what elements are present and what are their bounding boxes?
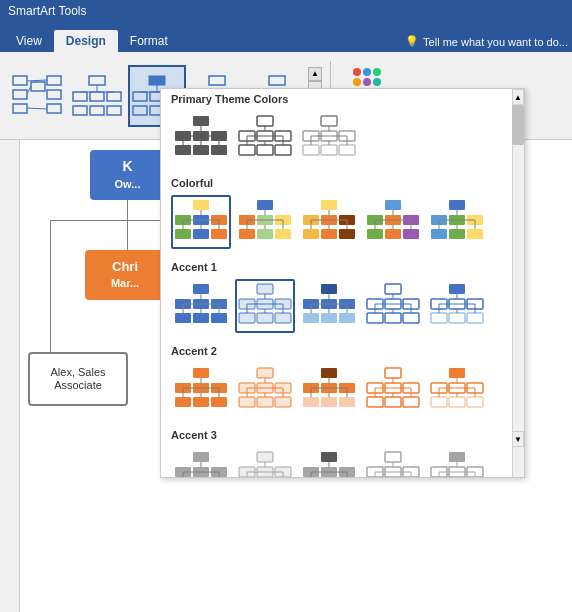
svg-rect-47 bbox=[193, 145, 209, 155]
svg-rect-179 bbox=[385, 313, 401, 323]
accent1-option-1[interactable] bbox=[171, 279, 231, 333]
dot-blue bbox=[363, 68, 371, 76]
svg-rect-154 bbox=[239, 313, 255, 323]
svg-rect-20 bbox=[133, 92, 147, 101]
svg-rect-239 bbox=[385, 397, 401, 407]
section-colorful-label: Colorful bbox=[161, 173, 524, 191]
layout-thumb-1[interactable] bbox=[8, 65, 66, 127]
svg-rect-6 bbox=[47, 104, 61, 113]
svg-rect-0 bbox=[13, 76, 27, 85]
svg-rect-258 bbox=[193, 452, 209, 462]
svg-rect-2 bbox=[13, 104, 27, 113]
accent3-option-2[interactable] bbox=[235, 447, 295, 478]
svg-rect-107 bbox=[321, 229, 337, 239]
accent2-option-3[interactable] bbox=[299, 363, 359, 417]
tab-view[interactable]: View bbox=[4, 30, 54, 52]
svg-rect-5 bbox=[47, 90, 61, 99]
svg-rect-180 bbox=[403, 313, 419, 323]
svg-rect-83 bbox=[193, 229, 209, 239]
accent2-option-5[interactable] bbox=[427, 363, 487, 417]
scroll-down-arrow[interactable]: ▼ bbox=[512, 431, 524, 447]
dropdown-scrollbar[interactable]: ▲ ▼ bbox=[512, 89, 524, 477]
svg-rect-138 bbox=[193, 284, 209, 294]
svg-rect-178 bbox=[367, 313, 383, 323]
svg-rect-118 bbox=[367, 229, 383, 239]
svg-rect-234 bbox=[385, 368, 401, 378]
svg-rect-66 bbox=[321, 116, 337, 126]
accent1-option-4[interactable] bbox=[363, 279, 423, 333]
svg-rect-222 bbox=[321, 368, 337, 378]
svg-rect-282 bbox=[321, 452, 337, 462]
svg-rect-142 bbox=[175, 313, 191, 323]
svg-rect-306 bbox=[449, 452, 465, 462]
svg-rect-150 bbox=[257, 284, 273, 294]
primary-option-3[interactable] bbox=[299, 111, 359, 165]
svg-rect-14 bbox=[73, 106, 87, 115]
accent2-option-1[interactable] bbox=[171, 363, 231, 417]
svg-rect-48 bbox=[211, 145, 227, 155]
accent1-option-3[interactable] bbox=[299, 279, 359, 333]
svg-rect-130 bbox=[431, 229, 447, 239]
ribbon-tabs: View Design Format 💡 Tell me what you wa… bbox=[0, 22, 572, 52]
svg-rect-46 bbox=[175, 145, 191, 155]
svg-rect-13 bbox=[107, 92, 121, 101]
scroll-up-btn[interactable]: ▲ bbox=[308, 67, 322, 81]
svg-rect-10 bbox=[89, 76, 105, 85]
svg-rect-250 bbox=[431, 397, 447, 407]
node-k[interactable]: KOw... bbox=[90, 150, 165, 200]
svg-rect-102 bbox=[321, 200, 337, 210]
node-alex[interactable]: Alex, SalesAssociate bbox=[28, 352, 128, 406]
colorful-option-1[interactable] bbox=[171, 195, 231, 249]
accent3-option-5[interactable] bbox=[427, 447, 487, 478]
accent3-option-4[interactable] bbox=[363, 447, 423, 478]
svg-rect-155 bbox=[257, 313, 273, 323]
tab-format[interactable]: Format bbox=[118, 30, 180, 52]
section-accent2-label: Accent 2 bbox=[161, 341, 524, 359]
svg-rect-60 bbox=[275, 145, 291, 155]
title-label: SmartArt Tools bbox=[8, 4, 86, 18]
accent2-option-4[interactable] bbox=[363, 363, 423, 417]
tab-design[interactable]: Design bbox=[54, 30, 118, 52]
svg-rect-215 bbox=[257, 397, 273, 407]
accent3-option-1[interactable] bbox=[171, 447, 231, 478]
svg-rect-15 bbox=[90, 106, 104, 115]
primary-grid bbox=[161, 107, 524, 173]
title-bar: SmartArt Tools bbox=[0, 0, 572, 22]
svg-rect-238 bbox=[367, 397, 383, 407]
node-k-label: KOw... bbox=[115, 158, 141, 192]
accent3-option-3[interactable] bbox=[299, 447, 359, 478]
primary-option-2[interactable] bbox=[235, 111, 295, 165]
svg-rect-240 bbox=[403, 397, 419, 407]
accent1-option-5[interactable] bbox=[427, 279, 487, 333]
svg-rect-23 bbox=[133, 106, 147, 115]
colorful-grid bbox=[161, 191, 524, 257]
primary-option-1[interactable] bbox=[171, 111, 231, 165]
svg-rect-294 bbox=[385, 452, 401, 462]
scroll-thumb[interactable] bbox=[512, 105, 524, 145]
svg-rect-204 bbox=[211, 397, 227, 407]
colorful-option-4[interactable] bbox=[363, 195, 423, 249]
accent1-option-2[interactable] bbox=[235, 279, 295, 333]
accent2-option-2[interactable] bbox=[235, 363, 295, 417]
layout-thumb-2[interactable] bbox=[68, 65, 126, 127]
colorful-option-2[interactable] bbox=[235, 195, 295, 249]
accent1-grid bbox=[161, 275, 524, 341]
svg-rect-94 bbox=[239, 229, 255, 239]
node-chri[interactable]: ChriMar... bbox=[85, 250, 165, 300]
svg-rect-143 bbox=[193, 313, 209, 323]
accent2-grid bbox=[161, 359, 524, 425]
svg-rect-167 bbox=[321, 313, 337, 323]
colorful-option-5[interactable] bbox=[427, 195, 487, 249]
tell-me-bar[interactable]: 💡 Tell me what you want to do... bbox=[405, 35, 568, 48]
svg-rect-251 bbox=[449, 397, 465, 407]
dot-orange bbox=[353, 78, 361, 86]
svg-rect-12 bbox=[90, 92, 104, 101]
svg-rect-120 bbox=[403, 229, 419, 239]
dot-purple bbox=[363, 78, 371, 86]
dot-green bbox=[373, 68, 381, 76]
colorful-option-3[interactable] bbox=[299, 195, 359, 249]
svg-rect-216 bbox=[275, 397, 291, 407]
svg-rect-19 bbox=[149, 76, 165, 85]
connector-v2 bbox=[50, 300, 51, 352]
scroll-up-arrow[interactable]: ▲ bbox=[512, 89, 524, 105]
